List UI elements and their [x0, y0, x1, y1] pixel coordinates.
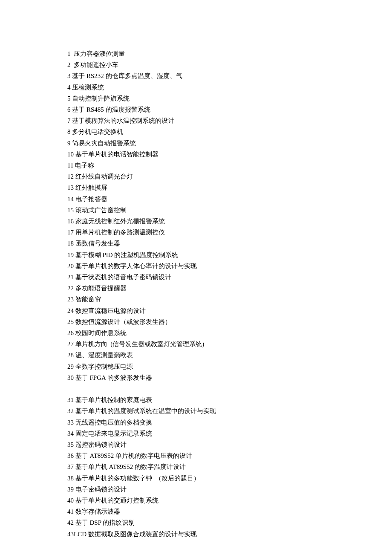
- list-item: 2 多功能遥控小车: [67, 59, 392, 70]
- document-page: 1 压力容器液位测量2 多功能遥控小车3 基于 RS232 的仓库多点温度、湿度…: [0, 0, 392, 540]
- list-item: 42 基于 DSP 的指纹识别: [67, 517, 392, 528]
- list-item: 21 基于状态机的语音电子密码锁设计: [67, 272, 392, 283]
- list-item: 11 电子称: [67, 160, 392, 171]
- list-item: 1 压力容器液位测量: [67, 48, 392, 59]
- blank-line: [67, 383, 392, 394]
- list-item: 14 电子抢答器: [67, 194, 392, 205]
- list-item: 23 智能窗帘: [67, 294, 392, 305]
- list-item: 24 数控直流稳压电源的设计: [67, 305, 392, 316]
- list-item: 19 基于模糊 PID 的注塑机温度控制系统: [67, 249, 392, 260]
- list-item: 22 多功能语音提醒器: [67, 283, 392, 294]
- list-item: 3 基于 RS232 的仓库多点温度、湿度、气: [67, 70, 392, 81]
- list-item: 20 基于单片机的数字人体心率计的设计与实现: [67, 260, 392, 272]
- list-item: 28 温、湿度测量毫欧表: [67, 350, 392, 361]
- list-item: 12 红外线自动调光台灯: [67, 171, 392, 182]
- list-item: 38 基于单片机的多功能数字钟 （改后的题目）: [67, 473, 392, 484]
- list-item: 39 电子密码锁的设计: [67, 484, 392, 495]
- list-item: 27 单片机方向 (信号发生器或教室灯光管理系统): [67, 338, 392, 350]
- list-item: 13 红外触摸屏: [67, 182, 392, 193]
- list-item: 16 家庭无线控制红外光栅报警系统: [67, 216, 392, 227]
- list-item: 15 滚动式广告窗控制: [67, 205, 392, 216]
- list-item: 40 基于单片机的交通灯控制系统: [67, 495, 392, 506]
- list-item: 31 基于单片机控制的家庭电表: [67, 394, 392, 405]
- list-item: 41 数字存储示波器: [67, 506, 392, 517]
- list-item: 8 多分机电话交换机: [67, 126, 392, 137]
- list-block-1: 1 压力容器液位测量2 多功能遥控小车3 基于 RS232 的仓库多点温度、湿度…: [67, 48, 392, 383]
- list-item: 26 校园时间作息系统: [67, 327, 392, 338]
- list-item: 9 简易火灾自动报警系统: [67, 138, 392, 149]
- list-item: 32 基于单片机的温度测试系统在温室中的设计与实现: [67, 405, 392, 416]
- list-item: 35 遥控密码锁的设计: [67, 439, 392, 450]
- list-item: 17 用单片机控制的多路测温测控仪: [67, 227, 392, 238]
- list-item: 5 自动控制升降旗系统: [67, 93, 392, 104]
- list-item: 37 基于单片机 AT89S52 的数字温度计设计: [67, 461, 392, 472]
- list-item: 43LCD 数据截取及图像合成装置的设计与实现: [67, 529, 392, 540]
- list-item: 10 基于单片机的电话智能控制器: [67, 149, 392, 160]
- list-item: 36 基于 AT89S52 单片机的数字电压表的设计: [67, 450, 392, 461]
- list-item: 34 固定电话来电显示记录系统: [67, 428, 392, 439]
- list-item: 33 无线遥控电压值的多档变换: [67, 417, 392, 428]
- list-block-2: 31 基于单片机控制的家庭电表32 基于单片机的温度测试系统在温室中的设计与实现…: [67, 394, 392, 540]
- list-item: 25 数控恒流源设计（或波形发生器）: [67, 316, 392, 327]
- list-item: 29 全数字控制稳压电源: [67, 361, 392, 372]
- list-item: 6 基于 RS485 的温度报警系统: [67, 104, 392, 115]
- list-item: 4 压检测系统: [67, 82, 392, 93]
- list-item: 18 函数信号发生器: [67, 238, 392, 249]
- list-item: 30 基于 FPGA 的多波形发生器: [67, 372, 392, 383]
- list-item: 7 基于模糊算法的水温控制系统的设计: [67, 115, 392, 126]
